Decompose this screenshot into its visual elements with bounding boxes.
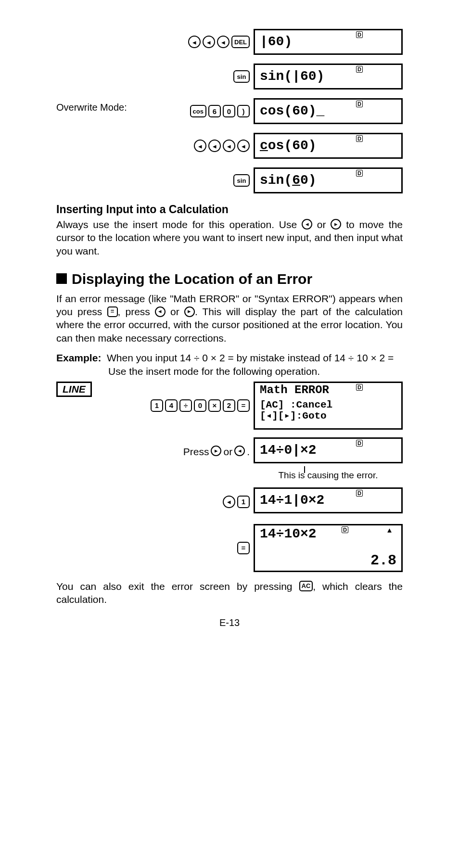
d-indicator: D (356, 384, 363, 391)
display-text: 14÷0|×2 (260, 444, 396, 457)
error-step-2: Press ▸ or ◂ . D 14÷0|×2 (56, 437, 403, 466)
left-arrow-icon: ◂ (188, 36, 201, 48)
d-indicator: D (356, 31, 363, 38)
text: Press (183, 446, 209, 458)
equals-key: = (237, 399, 250, 412)
keys-4: ◂ ◂ ◂ ◂ (194, 140, 250, 152)
calc-screen: D cos(60)_ (254, 98, 403, 124)
error-step-1: LINE 1 4 ÷ 0 × 2 = D Math ERROR [AC] :Ca… (56, 382, 403, 430)
keys-error-1: 1 4 ÷ 0 × 2 = (151, 399, 250, 412)
display-text: cos(60) (260, 139, 396, 153)
right-arrow-icon: ▸ (211, 446, 221, 456)
calc-screen-result: D ▲ 14÷10×2 2.8 (254, 524, 403, 572)
equals-key: = (237, 542, 250, 554)
calc-screen: D sin(|60) (254, 64, 403, 89)
paragraph-insert: Always use the insert mode for this oper… (56, 218, 403, 257)
text: Always use the insert mode for this oper… (56, 219, 302, 230)
keys-error-4: = (237, 542, 250, 554)
heading-text: Displaying the Location of an Error (72, 271, 312, 287)
keys-1: ◂ ◂ ◂ DEL (188, 36, 250, 48)
error-step-3: ◂ 1 D 14÷1|0×2 (56, 487, 403, 516)
display-text: 14÷1|0×2 (260, 494, 396, 507)
example-block: Example: When you input 14 ÷ 0 × 2 = by … (56, 351, 403, 379)
left-arrow-icon: ◂ (234, 446, 245, 456)
cos-key: cos (190, 105, 206, 117)
display-text: sin(60) (260, 174, 396, 187)
num-key-1: 1 (151, 399, 163, 412)
step-row-1: ◂ ◂ ◂ DEL D |60) (56, 29, 403, 55)
multiply-key: × (208, 399, 221, 412)
text: or (312, 219, 331, 230)
up-arrow-icon: ▲ (387, 527, 392, 535)
num-key-2: 2 (223, 399, 235, 412)
error-line-2: [AC] :Cancel (260, 399, 396, 410)
d-indicator: D (356, 440, 363, 447)
left-arrow-icon: ◂ (223, 496, 235, 508)
calc-screen: D 14÷1|0×2 (254, 487, 403, 513)
calc-screen-error: D Math ERROR [AC] :Cancel [◂][▸]:Goto (254, 382, 403, 430)
keys-5: sin (233, 174, 250, 187)
sin-key: sin (233, 174, 250, 187)
display-text: sin(|60) (260, 70, 396, 83)
overwrite-label: Overwrite Mode: (56, 102, 127, 113)
paragraph-error: If an error message (like "Math ERROR" o… (56, 292, 403, 345)
subheading-inserting: Inserting Input into a Calculation (56, 203, 403, 216)
keys-error-3: ◂ 1 (223, 496, 250, 508)
page: ◂ ◂ ◂ DEL D |60) sin D sin(|60) Overwrit… (47, 0, 412, 648)
equals-key: = (107, 306, 118, 317)
step-row-2: sin D sin(|60) (56, 64, 403, 89)
keys-3: cos 6 0 ) (190, 105, 250, 117)
example-text-1: When you input 14 ÷ 0 × 2 = by mistake i… (107, 352, 394, 363)
text: or (166, 306, 184, 317)
left-arrow-icon: ◂ (217, 36, 230, 48)
d-indicator: D (356, 101, 363, 107)
calc-screen: D |60) (254, 29, 403, 55)
d-indicator: D (356, 135, 363, 142)
num-key-1: 1 (237, 496, 250, 508)
calc-screen: D 14÷0|×2 (254, 437, 403, 463)
display-text: cos(60)_ (260, 104, 396, 118)
num-key-6: 6 (208, 105, 221, 117)
text: . (247, 446, 250, 458)
num-key-0: 0 (223, 105, 235, 117)
left-arrow-icon: ◂ (203, 36, 215, 48)
keys-2: sin (233, 70, 250, 83)
result-text: 2.8 (260, 552, 396, 569)
d-indicator: D (342, 526, 348, 533)
left-arrow-icon: ◂ (194, 140, 206, 152)
error-line-1: Math ERROR (260, 384, 396, 396)
num-key-4: 4 (165, 399, 178, 412)
calc-screen: D sin(60) (254, 167, 403, 193)
left-arrow-icon: ◂ (208, 140, 221, 152)
num-key-0: 0 (194, 399, 206, 412)
square-bullet-icon (56, 273, 67, 284)
left-arrow-icon: ◂ (155, 306, 166, 317)
ac-key: AC (299, 581, 313, 591)
line-mode-badge: LINE (56, 382, 92, 397)
step-row-5: sin D sin(60) (56, 167, 403, 193)
error-pointer-icon (254, 466, 403, 473)
d-indicator: D (356, 490, 363, 497)
error-step-4: = D ▲ 14÷10×2 2.8 (56, 524, 403, 572)
d-indicator: D (356, 66, 363, 73)
left-arrow-icon: ◂ (223, 140, 235, 152)
page-number: E-13 (56, 617, 403, 628)
divide-key: ÷ (179, 399, 192, 412)
sin-key: sin (233, 70, 250, 83)
calc-screen: D cos(60) (254, 133, 403, 159)
section-heading-error: Displaying the Location of an Error (56, 271, 403, 287)
d-indicator: D (356, 170, 363, 177)
example-label: Example: (56, 352, 101, 363)
step-row-4: ◂ ◂ ◂ ◂ D cos(60) (56, 133, 403, 159)
paragraph-exit: You can also exit the error screen by pr… (56, 580, 403, 606)
del-key: DEL (231, 36, 250, 48)
right-arrow-icon: ▸ (184, 306, 195, 317)
display-text: 14÷10×2 (260, 527, 396, 541)
paren-key: ) (237, 105, 250, 117)
text: , press (118, 306, 155, 317)
right-arrow-icon: ▸ (331, 219, 341, 230)
example-text-2: Use the insert mode for the following op… (108, 365, 403, 378)
press-text: Press ▸ or ◂ . (183, 446, 250, 458)
left-arrow-icon: ◂ (237, 140, 250, 152)
error-line-3: [◂][▸]:Goto (260, 410, 396, 421)
